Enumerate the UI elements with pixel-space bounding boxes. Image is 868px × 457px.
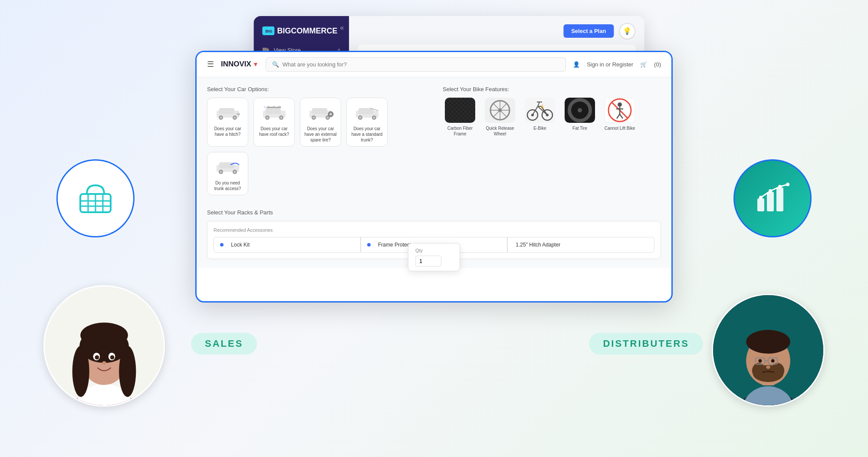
select-plan-button[interactable]: Select a Plan bbox=[563, 24, 614, 38]
carbon-fiber-label: Carbon Fiber Frame bbox=[443, 125, 477, 137]
car-option-hitch[interactable]: Does your car have a hitch? bbox=[207, 98, 248, 147]
svg-rect-19 bbox=[279, 106, 279, 108]
person-female-svg bbox=[45, 286, 164, 405]
ebike-img bbox=[525, 98, 555, 123]
user-icon: 👤 bbox=[573, 61, 580, 68]
fat-tire-label: Fat Tire bbox=[572, 125, 587, 131]
car-option-roof-rack[interactable]: Does your car have roof rack? bbox=[253, 98, 295, 147]
basket-circle bbox=[56, 159, 135, 237]
svg-rect-23 bbox=[312, 108, 327, 114]
distributers-label: DISTRIBUTERS bbox=[603, 338, 689, 349]
svg-point-42 bbox=[233, 171, 236, 173]
svg-point-110 bbox=[746, 330, 790, 354]
no-lift-label: Cannot Lift Bike bbox=[605, 125, 635, 131]
carbon-fiber-img bbox=[445, 98, 475, 123]
fat-tire-img bbox=[565, 98, 595, 123]
store-header: ☰ INNOVIX ▼ 🔍 👤 Sign in or Register 🛒 (0… bbox=[197, 52, 671, 77]
accessory-hitch-adapter[interactable]: 1.25" Hitch Adapter bbox=[507, 237, 654, 253]
distributers-badge: DISTRIBUTERS bbox=[589, 333, 703, 355]
svg-point-97 bbox=[72, 346, 89, 397]
svg-point-119 bbox=[766, 365, 770, 369]
ebike-label: E-Bike bbox=[533, 125, 546, 131]
bike-feature-quick-release[interactable]: Quick Release Wheel bbox=[483, 98, 517, 137]
bike-features-section: Select Your Bike Features: bbox=[443, 86, 661, 206]
store-header-actions: 👤 Sign in or Register 🛒 (0) bbox=[573, 61, 661, 68]
svg-point-25 bbox=[312, 116, 315, 118]
svg-point-103 bbox=[110, 355, 115, 359]
person-male-svg bbox=[713, 295, 823, 405]
search-bar-container[interactable]: 🔍 bbox=[266, 57, 566, 72]
bike-feature-ebike[interactable]: E-Bike bbox=[523, 98, 557, 137]
car-option-roof-rack-label: Does your car have roof rack? bbox=[257, 126, 291, 137]
admin-header-row: Select a Plan 💡 bbox=[563, 23, 635, 39]
car-hitch-img bbox=[213, 102, 243, 123]
accessory-lock-kit[interactable]: Lock Kit bbox=[214, 237, 361, 253]
svg-point-29 bbox=[329, 113, 332, 115]
car-options-title: Select Your Car Options: bbox=[207, 86, 425, 92]
lightbulb-icon: 💡 bbox=[623, 27, 631, 35]
search-input[interactable] bbox=[283, 61, 559, 68]
svg-point-112 bbox=[752, 363, 766, 378]
car-option-trunk[interactable]: Does your car have a standard trunk? bbox=[346, 98, 388, 147]
car-option-spare-tire[interactable]: Does your car have an external spare tir… bbox=[300, 98, 341, 147]
svg-rect-17 bbox=[268, 106, 269, 108]
bike-feature-carbon[interactable]: Carbon Fiber Frame bbox=[443, 98, 477, 137]
scene: BIG BIGCOMMERCE « 🏬 View Store ↗ 🏠 Home bbox=[43, 16, 825, 441]
store-body: Select Your Car Options: bbox=[197, 77, 671, 268]
svg-point-118 bbox=[771, 359, 775, 362]
svg-point-104 bbox=[102, 361, 106, 365]
bike-features-row: Carbon Fiber Frame bbox=[443, 98, 661, 137]
bike-feature-fat-tire[interactable]: Fat Tire bbox=[562, 98, 597, 137]
car-options-row: Does your car have a hitch? bbox=[207, 98, 425, 195]
qty-input[interactable] bbox=[415, 256, 441, 266]
svg-point-65 bbox=[531, 114, 534, 116]
person-right-circle bbox=[712, 294, 825, 407]
racks-title: Select Your Racks & Parts bbox=[207, 209, 661, 216]
svg-rect-84 bbox=[757, 198, 764, 211]
svg-rect-3 bbox=[219, 108, 234, 114]
svg-point-27 bbox=[326, 116, 329, 118]
svg-point-73 bbox=[618, 102, 622, 107]
two-col-options: Select Your Car Options: bbox=[207, 86, 661, 206]
svg-point-35 bbox=[373, 116, 375, 118]
svg-text:BIG: BIG bbox=[265, 29, 272, 33]
sign-in-link[interactable]: Sign in or Register bbox=[587, 61, 633, 68]
svg-point-102 bbox=[95, 355, 99, 359]
svg-point-7 bbox=[233, 116, 236, 118]
admin-logo: BIG BIGCOMMERCE bbox=[253, 23, 349, 43]
svg-point-113 bbox=[771, 363, 784, 378]
store-logo-text: INNOVIX bbox=[221, 60, 251, 69]
no-lift-img bbox=[605, 98, 635, 123]
sales-badge: SALES bbox=[191, 333, 257, 355]
bike-feature-no-lift[interactable]: Cannot Lift Bike bbox=[602, 98, 637, 137]
svg-rect-9 bbox=[238, 114, 239, 116]
admin-logo-icon: BIG bbox=[262, 26, 274, 35]
car-option-trunk-label: Does your car have a standard trunk? bbox=[350, 126, 384, 143]
svg-rect-11 bbox=[266, 108, 281, 114]
svg-point-33 bbox=[359, 116, 361, 118]
svg-point-89 bbox=[778, 185, 782, 188]
svg-rect-86 bbox=[776, 187, 783, 211]
svg-point-5 bbox=[220, 116, 222, 118]
collapse-btn[interactable]: « bbox=[340, 24, 344, 32]
svg-point-87 bbox=[759, 196, 763, 199]
svg-rect-38 bbox=[219, 162, 234, 168]
hamburger-menu[interactable]: ☰ bbox=[207, 59, 214, 69]
car-option-trunk-access[interactable]: Do you need trunk access? bbox=[207, 152, 248, 195]
lightbulb-button[interactable]: 💡 bbox=[619, 23, 635, 39]
cart-icon: 🛒 bbox=[640, 61, 647, 68]
car-option-trunk-access-label: Do you need trunk access? bbox=[211, 180, 244, 191]
search-icon: 🔍 bbox=[272, 61, 279, 68]
chart-circle bbox=[733, 159, 812, 237]
storefront: ☰ INNOVIX ▼ 🔍 👤 Sign in or Register 🛒 (0… bbox=[195, 51, 673, 302]
car-spare-tire-img bbox=[306, 102, 336, 123]
car-option-spare-tire-label: Does your car have an external spare tir… bbox=[304, 126, 337, 143]
accessory-dot-2 bbox=[367, 243, 371, 247]
store-logo-triangle: ▼ bbox=[253, 61, 259, 68]
accessory-hitch-adapter-label: 1.25" Hitch Adapter bbox=[514, 242, 560, 248]
svg-point-40 bbox=[220, 171, 222, 173]
svg-rect-8 bbox=[237, 113, 240, 115]
car-trunk-access-img bbox=[213, 156, 243, 178]
bike-features-title: Select Your Bike Features: bbox=[443, 86, 661, 92]
car-roof-rack-img bbox=[259, 102, 289, 123]
